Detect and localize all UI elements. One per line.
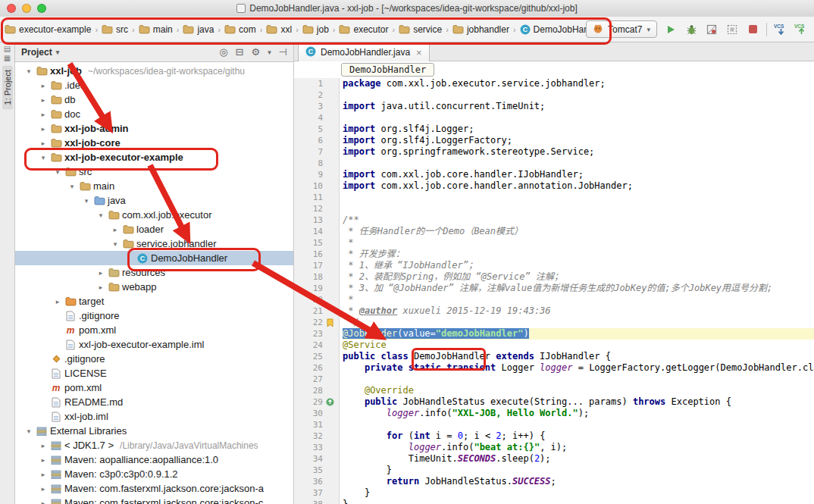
tree-collapsed-arrow[interactable]: ▸ [37,456,49,464]
vcs-update-button[interactable]: VCS [774,23,787,36]
line-number[interactable]: 32 [294,430,323,442]
tree-item[interactable]: ▸webapp [15,280,293,294]
line-number[interactable]: 24 [294,340,323,351]
tree-item[interactable]: ▸Maven: com.fasterxml.jackson.core:jacks… [15,496,293,504]
code-line[interactable] [343,203,814,214]
line-number[interactable]: 26 [294,362,323,374]
code-line[interactable]: * 任务Handler的一个Demo（Bean模式） [343,226,814,237]
tree-item[interactable]: xxl-job.iml [15,409,293,424]
line-number[interactable]: 23 [294,328,323,340]
tree-collapsed-arrow[interactable]: ▸ [37,139,49,147]
tree-collapsed-arrow[interactable]: ▸ [95,283,107,291]
code-line[interactable]: * [343,237,814,249]
tree-item[interactable]: ▾xxl-job-executor-example [15,150,293,164]
breadcrumb-item[interactable]: executor-example [3,23,92,36]
vcs-commit-button[interactable]: VCS [794,23,808,36]
breadcrumb-item[interactable]: jobhandler [451,23,511,36]
tree-item[interactable]: ▾com.xxl.job.executor [15,208,293,222]
line-number[interactable]: 19 [294,283,323,294]
code-line[interactable]: import java.util.concurrent.TimeUnit; [343,101,814,112]
editor-tab[interactable]: C DemoJobHandler.java × [298,42,430,61]
line-number[interactable]: 31 [294,419,323,430]
tree-collapsed-arrow[interactable]: ▸ [95,269,107,277]
tree-collapsed-arrow[interactable]: ▸ [37,471,49,478]
code-line[interactable]: import com.xxl.job.core.handler.IJobHand… [343,169,814,180]
line-number[interactable]: 11 [294,192,323,203]
line-number[interactable]: 36 [294,476,323,487]
code-line[interactable]: for (int i = 0; i < 2; i++) { [343,430,814,442]
line-number[interactable]: 15 [294,237,323,249]
code-line[interactable]: * @author xuxueli 2015-12-19 19:43:36 [343,305,814,317]
tree-collapsed-arrow[interactable]: ▸ [37,125,49,133]
code-line[interactable]: logger.info("beat at:{}", i); [343,442,814,453]
line-number[interactable]: 14 [294,226,323,237]
tree-expanded-arrow[interactable]: ▾ [95,211,107,219]
line-number[interactable]: 28 [294,385,323,396]
breadcrumb-item[interactable]: main [137,23,174,36]
line-number[interactable]: 7 [294,146,323,158]
line-number[interactable]: 5 [294,124,323,135]
tree-collapsed-arrow[interactable]: ▸ [37,82,49,89]
code-line[interactable]: /** [343,214,814,226]
line-number[interactable]: 21 [294,305,323,317]
tree-item[interactable]: .gitignore [15,308,293,323]
tree-item[interactable]: ▾External Libraries [15,424,293,438]
tree-item[interactable]: ▸Maven: c3p0:c3p0:0.9.1.2 [15,467,293,481]
tree-item[interactable]: ▸loader [15,222,293,236]
code-line[interactable]: import com.xxl.job.core.handler.annotati… [343,180,814,192]
tree-item[interactable]: ▸Maven: aopalliance:aopalliance:1.0 [15,452,293,467]
breadcrumb-item[interactable]: src [100,23,130,36]
tree-collapsed-arrow[interactable]: ▸ [37,111,49,118]
tree-item[interactable]: xxl-job-executor-example.iml [15,337,293,352]
override-icon[interactable] [323,398,337,406]
tree-item[interactable]: ▾src [15,164,293,179]
line-number[interactable]: 30 [294,408,323,419]
tree-item[interactable]: ▾service.jobhandler [15,236,293,251]
tree-item[interactable]: .gitignore [15,352,293,366]
code-line[interactable]: * 3、加 “@JobHander” 注解，注解value值为新增任务生成的Jo… [343,283,814,294]
line-number[interactable]: 16 [294,249,323,260]
line-number[interactable]: 33 [294,442,323,453]
line-number[interactable]: 18 [294,271,323,283]
tree-expanded-arrow[interactable]: ▾ [37,154,49,161]
line-number[interactable]: 27 [294,374,323,385]
code-line[interactable] [343,374,814,385]
line-number[interactable]: 12 [294,203,323,214]
code-line[interactable]: * 1、继承 “IJobHandler”； [343,260,814,271]
breadcrumb-item[interactable]: java [181,23,215,36]
close-tab-icon[interactable]: × [416,47,422,58]
line-number[interactable]: 17 [294,260,323,271]
tree-expanded-arrow[interactable]: ▾ [109,240,121,248]
breadcrumb-item[interactable]: service [397,23,443,36]
line-number[interactable]: 1 [294,78,323,89]
tree-collapsed-arrow[interactable]: ▸ [37,96,49,104]
line-number[interactable]: 22 [294,317,323,328]
code-line[interactable]: */ [343,317,814,328]
run-config-selector[interactable]: Tomcat7 ▾ [586,20,657,38]
code-line[interactable]: @Service [343,340,814,351]
code-line[interactable] [343,419,814,430]
tree-item[interactable]: mpom.xml [15,323,293,337]
line-number[interactable]: 37 [294,487,323,499]
tree-item[interactable]: ▸< JDK1.7 >/Library/Java/JavaVirtualMach… [15,438,293,452]
code-line[interactable]: private static transient Logger logger =… [343,362,814,374]
tree-collapsed-arrow[interactable]: ▸ [37,442,49,449]
hide-panel-icon[interactable]: ⊣ [279,46,287,58]
line-number[interactable]: 4 [294,112,323,124]
code-line[interactable]: public JobHandleStatus execute(String...… [343,396,814,408]
stop-button[interactable] [746,23,759,36]
line-number[interactable]: 2 [294,89,323,101]
code-line[interactable]: } [343,465,814,476]
tree-expanded-arrow[interactable]: ▾ [66,183,78,190]
panel-title-dropdown[interactable]: Project ▾ [21,47,59,58]
tree-item[interactable]: LICENSE [15,366,293,380]
line-number[interactable]: 6 [294,135,323,146]
line-number[interactable]: 20 [294,294,323,305]
line-number[interactable]: 34 [294,453,323,465]
tree-collapsed-arrow[interactable]: ▸ [109,226,121,233]
tree-item[interactable]: ▸db [15,92,293,107]
tree-expanded-arrow[interactable]: ▾ [52,168,64,176]
breadcrumb-item[interactable]: com [223,23,258,36]
code-line[interactable]: * 开发步骤： [343,249,814,260]
code-line[interactable]: * [343,294,814,305]
